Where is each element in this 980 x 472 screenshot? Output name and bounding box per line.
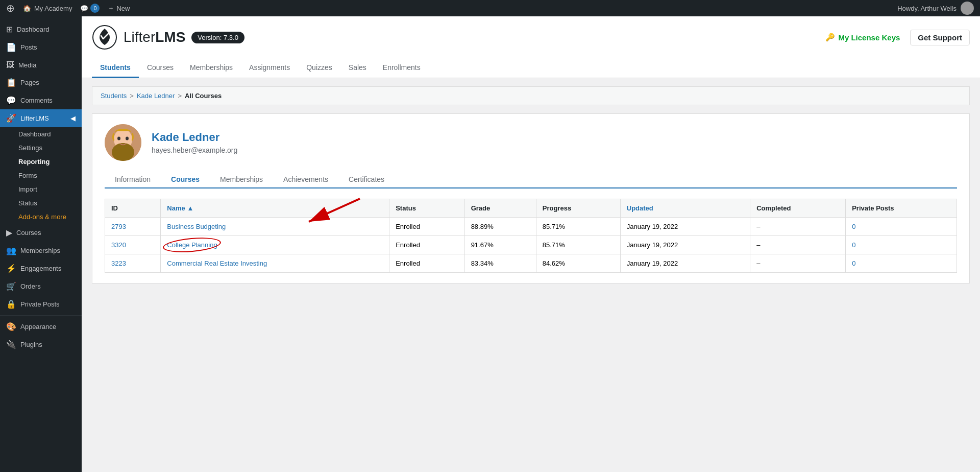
breadcrumb-students-link[interactable]: Students — [101, 92, 127, 100]
sidebar-item-lms-settings[interactable]: Settings — [6, 141, 82, 155]
row-name: Commercial Real Estate Investing — [161, 254, 389, 273]
sidebar-item-comments[interactable]: 💬 Comments — [0, 91, 82, 109]
col-status: Status — [389, 199, 464, 218]
sidebar-item-lms-import[interactable]: Import — [6, 182, 82, 196]
home-icon: 🏠 — [23, 5, 31, 12]
sidebar-item-engagements[interactable]: ⚡ Engagements — [0, 259, 82, 277]
row-progress: 84.62% — [536, 254, 620, 273]
sidebar-item-appearance[interactable]: 🎨 Appearance — [0, 318, 82, 336]
tab-courses[interactable]: Courses — [139, 58, 182, 78]
table-row: 3320 College Planning Enrolled 91.67% 85… — [105, 236, 957, 254]
private-posts-link-2[interactable]: 0 — [852, 241, 855, 249]
row-private-posts: 0 — [846, 236, 957, 254]
comments-link[interactable]: 💬 0 — [80, 4, 100, 13]
course-id-link-3[interactable]: 3223 — [111, 259, 126, 267]
content-header: LifterLMS Version: 7.3.0 🔑 My License Ke… — [82, 16, 980, 78]
private-posts-link-1[interactable]: 0 — [852, 223, 855, 230]
sidebar-item-lms-reporting[interactable]: Reporting — [6, 155, 82, 169]
sidebar-item-label: Engagements — [20, 265, 61, 272]
main-nav-tabs: Students Courses Memberships Assignments… — [92, 58, 970, 78]
lifterlms-logo — [92, 25, 117, 50]
sidebar-item-posts[interactable]: 📄 Posts — [0, 38, 82, 56]
row-name: Business Budgeting — [161, 218, 389, 236]
course-id-link-1[interactable]: 2793 — [111, 223, 126, 230]
sidebar-item-lms-dashboard[interactable]: Dashboard — [6, 127, 82, 141]
tab-memberships[interactable]: Memberships — [182, 58, 241, 78]
row-completed: – — [750, 254, 846, 273]
courses-table: ID Name ▲ Status Grade Progress Updated … — [105, 199, 957, 273]
sidebar-item-lms-status[interactable]: Status — [6, 196, 82, 210]
sidebar-item-private-posts[interactable]: 🔒 Private Posts — [0, 295, 82, 313]
breadcrumb-current: All Courses — [185, 92, 222, 100]
row-name: College Planning — [161, 236, 389, 254]
tab-students[interactable]: Students — [92, 58, 139, 78]
course-name-link-1[interactable]: Business Budgeting — [167, 223, 226, 230]
sidebar-item-label: Comments — [20, 97, 53, 104]
comments-menu-icon: 💬 — [6, 96, 16, 105]
breadcrumb: Students > Kade Ledner > All Courses — [92, 86, 970, 105]
sidebar-item-lms-forms[interactable]: Forms — [6, 169, 82, 182]
lifterlms-submenu: Dashboard Settings Reporting Forms Impor… — [0, 127, 82, 224]
row-id: 3223 — [105, 254, 161, 273]
breadcrumb-student-link[interactable]: Kade Ledner — [137, 92, 175, 100]
tab-enrollments[interactable]: Enrollments — [375, 58, 429, 78]
student-tab-memberships[interactable]: Memberships — [210, 171, 273, 187]
tab-assignments[interactable]: Assignments — [241, 58, 298, 78]
row-progress: 85.71% — [536, 218, 620, 236]
sidebar-item-label: Appearance — [20, 323, 56, 331]
sidebar-item-plugins[interactable]: 🔌 Plugins — [0, 336, 82, 353]
sidebar-item-lifterlms[interactable]: 🚀 LifterLMS ◀ — [0, 109, 82, 127]
student-tab-certificates[interactable]: Certificates — [338, 171, 395, 187]
course-name-link-3[interactable]: Commercial Real Estate Investing — [167, 259, 267, 267]
page-content: Students > Kade Ledner > All Courses — [82, 78, 980, 292]
sidebar-item-label: Orders — [20, 282, 41, 290]
sidebar-item-label: Dashboard — [17, 26, 50, 33]
col-grade: Grade — [464, 199, 536, 218]
sidebar-item-courses[interactable]: ▶ Courses — [0, 224, 82, 242]
sidebar: ⊞ Dashboard 📄 Posts 🖼 Media 📋 Pages 💬 Co… — [0, 16, 82, 472]
row-status: Enrolled — [389, 236, 464, 254]
svg-point-4 — [117, 137, 120, 140]
student-name[interactable]: Kade Ledner — [152, 131, 237, 144]
sidebar-item-label: Media — [18, 61, 36, 69]
sidebar-item-lms-addons[interactable]: Add-ons & more — [6, 210, 82, 224]
sidebar-item-label: Memberships — [20, 247, 60, 254]
row-updated: January 19, 2022 — [620, 218, 750, 236]
col-name[interactable]: Name ▲ — [161, 199, 389, 218]
student-tab-courses[interactable]: Courses — [161, 171, 210, 188]
sidebar-item-label: Posts — [20, 43, 37, 51]
sidebar-item-pages[interactable]: 📋 Pages — [0, 74, 82, 91]
sidebar-item-orders[interactable]: 🛒 Orders — [0, 277, 82, 295]
row-grade: 83.34% — [464, 254, 536, 273]
col-updated[interactable]: Updated — [620, 199, 750, 218]
profile-card: Kade Ledner hayes.heber@example.org Info… — [92, 113, 970, 284]
table-row: 2793 Business Budgeting Enrolled 88.89% … — [105, 218, 957, 236]
sidebar-item-label: Courses — [16, 229, 41, 237]
course-id-link-2[interactable]: 3320 — [111, 241, 126, 249]
posts-icon: 📄 — [6, 42, 16, 52]
sidebar-item-dashboard[interactable]: ⊞ Dashboard — [0, 20, 82, 38]
wp-logo-icon: ⊕ — [6, 2, 15, 14]
license-keys-link[interactable]: 🔑 My License Keys — [825, 33, 900, 42]
comments-count: 0 — [90, 4, 100, 13]
student-avatar — [105, 124, 141, 161]
student-tab-information[interactable]: Information — [105, 171, 161, 187]
pages-icon: 📋 — [6, 78, 16, 87]
media-icon: 🖼 — [6, 60, 14, 69]
new-content-link[interactable]: ＋ New — [108, 4, 130, 13]
site-name-link[interactable]: 🏠 My Academy — [23, 5, 72, 12]
memberships-icon: 👥 — [6, 246, 16, 255]
course-name-link-2[interactable]: College Planning — [167, 241, 217, 249]
private-posts-link-3[interactable]: 0 — [852, 259, 855, 267]
tab-quizzes[interactable]: Quizzes — [298, 58, 340, 78]
student-tab-achievements[interactable]: Achievements — [273, 171, 338, 187]
lifterlms-icon: 🚀 — [6, 113, 16, 123]
get-support-link[interactable]: Get Support — [910, 30, 970, 45]
courses-table-container: ID Name ▲ Status Grade Progress Updated … — [105, 199, 957, 273]
tab-sales[interactable]: Sales — [340, 58, 375, 78]
sidebar-item-media[interactable]: 🖼 Media — [0, 56, 82, 74]
sidebar-item-memberships[interactable]: 👥 Memberships — [0, 242, 82, 259]
col-id: ID — [105, 199, 161, 218]
admin-bar: ⊕ 🏠 My Academy 💬 0 ＋ New Howdy, Arthur W… — [0, 0, 980, 16]
comment-icon: 💬 — [80, 5, 88, 12]
